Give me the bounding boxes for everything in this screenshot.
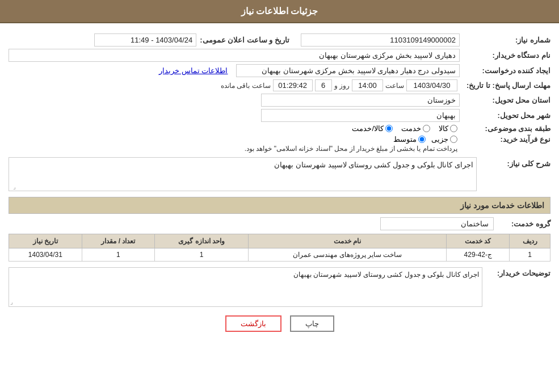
buttons-row: چاپ بازگشت: [9, 315, 550, 332]
radio-khedmat-input[interactable]: [423, 125, 430, 132]
purchase-radio-group: جزیی متوسط: [9, 135, 457, 144]
category-label: طبقه بندی موضوعی:: [460, 124, 550, 133]
radio-kala-input[interactable]: [450, 125, 457, 132]
response-time: 14:00: [352, 79, 383, 91]
radio-motavasset-label: متوسط: [393, 135, 417, 144]
cell-count: 1: [82, 248, 155, 262]
radio-kala-khedmat-input[interactable]: [385, 125, 393, 132]
response-date: 1403/04/30: [406, 79, 457, 91]
radio-kala: کالا: [439, 124, 457, 133]
province-label: استان محل تحویل:: [460, 96, 550, 104]
sharh-text: اجرای کانال بلوکی و جدول کشی روستای لاسپ…: [274, 161, 473, 169]
col-code: کد خدمت: [447, 234, 510, 248]
announce-label: تاریخ و ساعت اعلان عمومی:: [200, 36, 289, 44]
creator-link[interactable]: اطلاعات تماس خریدار: [9, 65, 232, 77]
response-label: مهلت ارسال پاسخ: تا تاریخ:: [460, 81, 550, 90]
group-value: ساختمان: [380, 217, 494, 230]
response-remaining: 01:29:42: [273, 79, 313, 91]
col-date: تاریخ نیاز: [9, 234, 82, 248]
purchase-type-label: نوع فرآیند خرید:: [460, 135, 550, 144]
org-name-value: دهیاری لاسپید بخش مرکزی شهرستان بهبهان: [9, 49, 460, 62]
province-value: خوزستان: [261, 94, 460, 107]
col-name: نام خدمت: [248, 234, 446, 248]
category-radio-group: کالا خدمت کالا/خدمت: [352, 124, 457, 133]
sharh-label: شرح کلی نیاز:: [477, 157, 550, 168]
org-name-label: نام دستگاه خریدار:: [460, 51, 550, 60]
header-title: جزئیات اطلاعات نیاز: [241, 6, 318, 16]
cell-unit: 1: [155, 248, 249, 262]
response-remaining-label: ساعت باقی مانده: [221, 82, 271, 90]
radio-kala-khedmat: کالا/خدمت: [352, 124, 393, 133]
group-label: گروه خدمت:: [494, 220, 550, 228]
description-label: توضیحات خریدار:: [482, 267, 550, 277]
print-button[interactable]: چاپ: [290, 315, 334, 332]
creator-label: ایجاد کننده درخواست:: [460, 66, 550, 75]
purchase-note: پرداخت تمام یا بخشی از مبلغ خریدار از مح…: [9, 145, 457, 153]
response-days: 6: [315, 79, 332, 91]
radio-jozi-input[interactable]: [450, 136, 457, 143]
city-label: شهر محل تحویل:: [460, 111, 550, 120]
sharh-value: اجرای کانال بلوکی و جدول کشی روستای لاسپ…: [9, 157, 477, 191]
creator-value: سیدولی درج دهیار دهیاری لاسپید بخش مرکزی…: [236, 64, 460, 77]
table-row: 1 ج-42-429 ساخت سایر پروژه‌های مهندسی عم…: [9, 248, 550, 262]
radio-khedmat-label: خدمت: [401, 124, 421, 133]
services-section-title: اطلاعات خدمات مورد نیاز: [9, 197, 550, 214]
col-radif: ردیف: [510, 234, 550, 248]
page-header: جزئیات اطلاعات نیاز: [0, 0, 559, 23]
cell-name: ساخت سایر پروژه‌های مهندسی عمران: [248, 248, 446, 262]
col-unit: واحد اندازه گیری: [155, 234, 249, 248]
radio-motavasset: متوسط: [393, 135, 426, 144]
announce-value: 1403/04/24 - 11:49: [94, 33, 196, 47]
desc-resize-handle: ⌟: [10, 299, 13, 305]
radio-jozi: جزیی: [431, 135, 457, 144]
city-value: بهبهان: [261, 109, 460, 122]
response-day-label: روز و: [334, 82, 350, 90]
need-number-value: 1103109149000002: [301, 33, 460, 47]
need-number-label: شماره نیاز:: [460, 36, 550, 44]
back-button[interactable]: بازگشت: [225, 315, 281, 332]
cell-code: ج-42-429: [447, 248, 510, 262]
cell-radif: 1: [510, 248, 550, 262]
resize-handle: ⌟: [10, 184, 16, 189]
col-count: تعداد / مقدار: [82, 234, 155, 248]
radio-jozi-label: جزیی: [431, 135, 448, 144]
description-text: اجرای کانال بلوکی و جدول کشی روستای لاسپ…: [293, 271, 479, 279]
radio-kala-khedmat-label: کالا/خدمت: [352, 124, 384, 133]
response-time-label: ساعت: [385, 82, 404, 90]
description-value: اجرای کانال بلوکی و جدول کشی روستای لاسپ…: [9, 267, 482, 307]
radio-kala-label: کالا: [439, 124, 448, 133]
services-table: ردیف کد خدمت نام خدمت واحد اندازه گیری ت…: [9, 234, 550, 262]
radio-khedmat: خدمت: [401, 124, 430, 133]
radio-motavasset-input[interactable]: [418, 136, 426, 143]
cell-date: 1403/04/31: [9, 248, 82, 262]
